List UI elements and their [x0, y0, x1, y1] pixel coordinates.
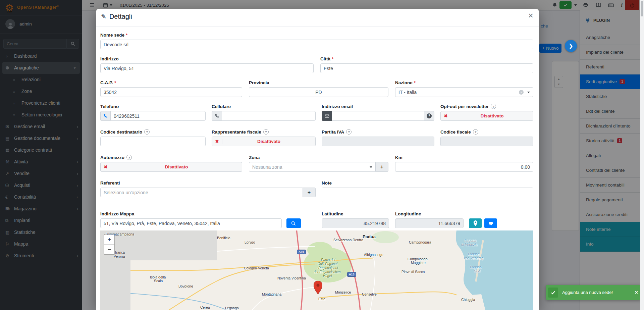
- mobile-phone-icon: [212, 111, 222, 121]
- help-icon[interactable]: ?: [126, 155, 132, 160]
- nazione-label: Nazione*: [395, 80, 533, 85]
- map-label-maggiore: Maggiore: [411, 261, 426, 265]
- map-label-laguna-2: di Venezia: [461, 243, 478, 247]
- locate-marker-button[interactable]: [469, 218, 482, 228]
- partita-iva-input: [322, 137, 434, 146]
- add-referente-button[interactable]: +: [303, 188, 316, 197]
- help-icon[interactable]: ?: [346, 129, 352, 135]
- map-marker-icon: [473, 220, 478, 226]
- automezzo-toggle[interactable]: ✖ Disattivato: [100, 162, 242, 172]
- cellulare-input[interactable]: [222, 111, 316, 121]
- page-scrollbar[interactable]: [640, 0, 644, 310]
- toast-close-button[interactable]: ×: [635, 290, 638, 296]
- indirizzo-label: Indirizzo: [100, 56, 314, 61]
- help-icon[interactable]: ?: [491, 104, 496, 109]
- map-label-cologna-veneta: Cologna Veneta: [244, 266, 269, 270]
- note-label: Note: [322, 180, 533, 185]
- toast-message: Aggiunta una nuova sede!: [562, 290, 613, 295]
- map-canvas[interactable]: SommacampagnafrancaVeronaBonificioLonigo…: [100, 230, 533, 310]
- map-label-laguna-6: Sud: [474, 269, 480, 273]
- map-search-button[interactable]: [286, 218, 301, 228]
- modal-close-button[interactable]: ×: [528, 10, 533, 21]
- optout-toggle[interactable]: ✖ Disattivato: [440, 111, 533, 121]
- map-label-cerea: Cerea: [200, 305, 210, 309]
- rappresentante-fiscale-toggle[interactable]: ✖ Disattivato: [212, 137, 316, 146]
- map-label-parco-1: Parco dei: [321, 258, 335, 262]
- map-zoom-out-button[interactable]: −: [104, 245, 114, 254]
- automezzo-state: Disattivato: [111, 164, 242, 169]
- search-icon: [291, 221, 296, 226]
- motorway-shield-a31: A31: [297, 250, 306, 254]
- rappresentante-fiscale-state: Disattivato: [222, 139, 315, 144]
- map-label-parco-5: Hügel: [323, 274, 332, 278]
- map-label-piove-di-sacco: Piove di Sacco: [401, 270, 425, 274]
- longitudine-label: Longitudine: [395, 211, 464, 216]
- indirizzo-mappa-input[interactable]: [100, 218, 282, 228]
- add-zona-button[interactable]: +: [376, 162, 388, 172]
- help-icon[interactable]: ?: [144, 129, 150, 135]
- indirizzo-mappa-label: Indirizzo Mappa: [100, 211, 301, 216]
- citta-input[interactable]: [320, 63, 533, 73]
- map-marker[interactable]: [314, 281, 322, 294]
- scrollbar-thumb[interactable]: [641, 1, 643, 16]
- email-label: Indirizzo email: [322, 104, 434, 109]
- clear-selection-icon[interactable]: ×: [519, 90, 524, 95]
- longitudine-input: [395, 218, 464, 228]
- caret-down-icon: [527, 92, 530, 93]
- note-textarea[interactable]: [322, 188, 533, 202]
- cap-input[interactable]: [100, 87, 242, 97]
- provincia-input[interactable]: [249, 87, 388, 97]
- map-label-conselve: Conselve: [362, 292, 377, 296]
- plugin-panel-toggle-button[interactable]: ❯: [565, 40, 577, 52]
- map-label-montagnana: Montagnana: [262, 292, 281, 296]
- automezzo-label: Automezzo?: [100, 155, 242, 160]
- zona-label: Zona: [249, 155, 388, 160]
- email-input[interactable]: [332, 111, 424, 121]
- phone-icon: [100, 111, 110, 121]
- nome-sede-input[interactable]: [100, 40, 533, 49]
- success-toast[interactable]: Aggiunta una nuova sede! ×: [546, 285, 641, 300]
- map-label-laguna-1: Laguna: [465, 239, 476, 243]
- map-zoom-in-button[interactable]: +: [104, 235, 114, 245]
- km-label: Km: [395, 155, 533, 160]
- map-label-selvazzano-dentro: Selvazzano Dentro: [333, 238, 363, 242]
- map-label-albignasego: Albignasego: [364, 253, 383, 257]
- nazione-select[interactable]: IT - Italia ×: [395, 87, 533, 97]
- map-label-laguna-3: Lagune: [468, 252, 480, 256]
- citta-label: Città*: [320, 56, 533, 61]
- map-label-legnago: Legnago: [225, 306, 239, 310]
- map-label-laguna-4: von Venedig: [464, 256, 483, 260]
- telefono-input[interactable]: [110, 111, 206, 121]
- indirizzo-input[interactable]: [100, 63, 314, 73]
- x-icon: ✖: [101, 164, 111, 169]
- map-label-este: Este: [318, 297, 325, 301]
- telefono-label: Telefono: [100, 104, 206, 109]
- optout-state: Disattivato: [451, 113, 533, 118]
- latitudine-label: Latitudine: [322, 211, 389, 216]
- envelope-icon: [322, 111, 332, 121]
- help-icon[interactable]: ?: [263, 129, 269, 135]
- km-input[interactable]: [395, 162, 533, 172]
- codice-destinatario-label: Codice destinatario?: [100, 130, 206, 134]
- partita-iva-label: Partita IVA?: [322, 130, 434, 134]
- chevron-right-icon: ❯: [569, 43, 573, 49]
- referenti-select[interactable]: Seleziona un'opzione: [100, 188, 303, 197]
- map-label-verona: Verona: [114, 254, 125, 258]
- dettagli-modal: ✎ Dettagli × Nome sede* Indirizzo Città*…: [96, 9, 539, 310]
- map-label-lonigo: Lonigo: [245, 240, 255, 244]
- x-icon: ✖: [441, 113, 451, 118]
- nome-sede-label: Nome sede*: [100, 33, 533, 37]
- help-icon[interactable]: ?: [473, 129, 478, 135]
- map-label-bovolone: Bovolone: [178, 284, 193, 288]
- route-car-button[interactable]: [484, 218, 497, 228]
- pencil-icon: ✎: [101, 13, 106, 20]
- codice-destinatario-input[interactable]: [100, 137, 206, 146]
- cap-label: C.A.P.*: [100, 80, 242, 85]
- map-label-franca: franca: [115, 250, 125, 254]
- zona-select[interactable]: Nessuna zona: [249, 162, 376, 172]
- email-help-icon[interactable]: ?: [424, 111, 434, 121]
- map-label-noventa-vicentina: Noventa Vicentina: [277, 276, 306, 280]
- caret-down-icon: [370, 166, 372, 168]
- provincia-label: Provincia: [249, 80, 388, 85]
- toast-check-icon: [548, 288, 558, 298]
